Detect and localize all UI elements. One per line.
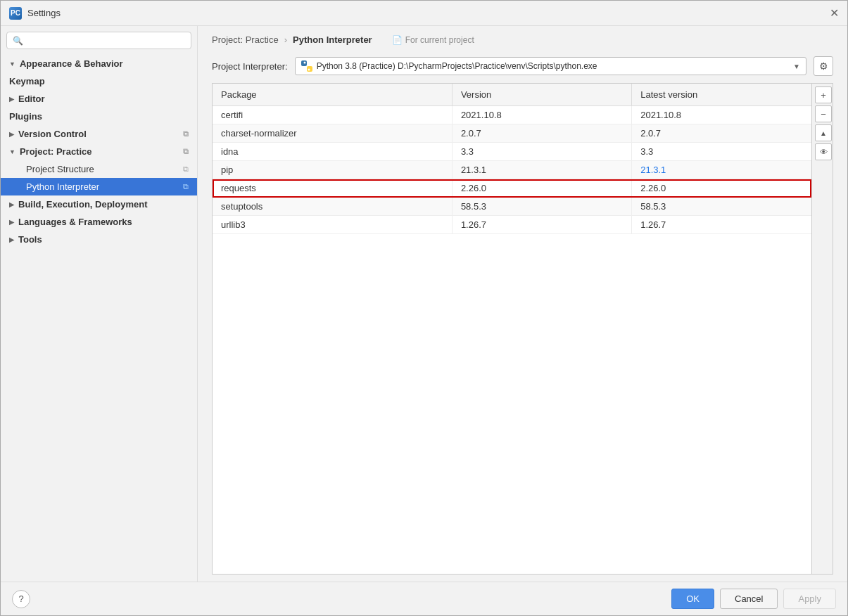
interpreter-path: D:\PycharmProjects\Practice\venv\Scripts… [398,61,597,71]
sidebar-item-tools[interactable]: ▶ Tools [1,231,197,248]
sidebar-item-keymap[interactable]: Keymap [1,72,197,90]
sidebar-item-label: Editor [18,94,45,104]
sidebar-item-label: Project: Practice [20,146,92,157]
copy-icon-vc: ⧉ [183,129,189,139]
table-row[interactable]: charset-normalizer 2.0.7 2.0.7 [213,124,811,143]
table-row[interactable]: certifi 2021.10.8 2021.10.8 [213,106,811,124]
search-input[interactable] [27,35,185,46]
sidebar-item-project-structure[interactable]: Project Structure ⧉ [1,160,197,178]
expand-arrow-tools: ▶ [9,236,14,243]
expand-arrow-lang: ▶ [9,219,14,226]
breadcrumb-current: Python Interpreter [293,34,372,45]
interpreter-bar: Project Interpreter: Python 3.8 (Practic… [198,51,847,83]
sidebar-item-project-practice[interactable]: ▼ Project: Practice ⧉ [1,143,197,160]
sidebar-item-label: Python Interpreter [26,181,99,192]
package-version: 1.26.7 [452,216,631,234]
package-name: charset-normalizer [213,124,452,143]
search-box[interactable]: 🔍 [6,32,191,49]
right-panel: + − ▲ 👁 [812,83,833,575]
col-header-version: Version [452,84,631,106]
sidebar-item-python-interpreter[interactable]: Python Interpreter ⧉ [1,178,197,195]
package-version: 21.3.1 [452,161,631,179]
sidebar-item-build[interactable]: ▶ Build, Execution, Deployment [1,195,197,213]
dropdown-arrow: ▼ [793,63,800,70]
interpreter-name: Python 3.8 (Practice) D:\PycharmProjects… [317,61,789,71]
package-latest: 58.5.3 [632,198,811,216]
sidebar: 🔍 ▼ Appearance & Behavior Keymap ▶ Edito… [1,26,198,582]
packages-table: Package Version Latest version certifi 2… [213,84,811,574]
sidebar-item-label: Version Control [18,129,87,139]
footer-buttons: OK Cancel Apply [671,589,836,609]
package-name: urllib3 [213,216,452,234]
gear-button[interactable]: ⚙ [814,56,833,76]
packages-area: Package Version Latest version certifi 2… [212,83,812,575]
packages-list: Package Version Latest version certifi 2… [213,84,811,234]
for-current-project-text: For current project [405,35,474,45]
svg-point-3 [308,69,310,71]
cancel-button[interactable]: Cancel [720,589,778,609]
app-icon: PC [9,7,22,20]
copy-icon-structure: ⧉ [183,165,189,174]
footer: ? OK Cancel Apply [1,582,847,615]
interpreter-label: Project Interpreter: [212,61,288,72]
sidebar-item-label: Tools [18,234,42,245]
breadcrumb-separator: › [284,34,287,45]
package-name: setuptools [213,198,452,216]
sidebar-item-label: Build, Execution, Deployment [18,199,147,210]
expand-arrow-editor: ▶ [9,96,14,103]
sidebar-item-label: Languages & Frameworks [18,217,132,227]
sidebar-item-editor[interactable]: ▶ Editor [1,90,197,108]
help-button[interactable]: ? [12,590,30,608]
sidebar-item-version-control[interactable]: ▶ Version Control ⧉ [1,125,197,143]
copy-icon-project: ⧉ [183,147,189,156]
package-version: 2.26.0 [452,179,631,198]
add-package-button[interactable]: + [815,86,832,103]
sidebar-item-plugins[interactable]: Plugins [1,108,197,125]
package-latest: 21.3.1 [632,161,811,179]
interpreter-select[interactable]: Python 3.8 (Practice) D:\PycharmProjects… [295,57,806,75]
package-name: idna [213,143,452,161]
col-header-latest: Latest version [632,84,811,106]
apply-button[interactable]: Apply [783,589,836,609]
ok-button[interactable]: OK [671,589,714,609]
expand-arrow-project: ▼ [9,148,15,155]
package-latest: 1.26.7 [632,216,811,234]
table-row-selected[interactable]: requests 2.26.0 2.26.0 [213,179,811,198]
package-latest: 2.0.7 [632,124,811,143]
sidebar-item-appearance[interactable]: ▼ Appearance & Behavior [1,55,197,72]
up-button[interactable]: ▲ [815,124,832,141]
package-latest: 3.3 [632,143,811,161]
sidebar-item-languages[interactable]: ▶ Languages & Frameworks [1,213,197,231]
content-area: 🔍 ▼ Appearance & Behavior Keymap ▶ Edito… [1,26,847,582]
package-version: 58.5.3 [452,198,631,216]
package-name: certifi [213,106,452,124]
eye-button[interactable]: 👁 [815,143,832,160]
package-name: pip [213,161,452,179]
expand-arrow-vc: ▶ [9,131,14,138]
table-row[interactable]: urllib3 1.26.7 1.26.7 [213,216,811,234]
package-name: requests [213,179,452,198]
table-row[interactable]: idna 3.3 3.3 [213,143,811,161]
close-button[interactable]: ✕ [830,8,839,19]
table-row[interactable]: pip 21.3.1 21.3.1 [213,161,811,179]
package-version: 3.3 [452,143,631,161]
table-row[interactable]: setuptools 58.5.3 58.5.3 [213,198,811,216]
sidebar-item-label: Keymap [9,76,45,86]
sidebar-item-label: Plugins [9,111,42,122]
package-version: 2021.10.8 [452,106,631,124]
col-header-package: Package [213,84,452,106]
remove-package-button[interactable]: − [815,105,832,122]
svg-point-2 [303,62,305,64]
packages-container: Package Version Latest version certifi 2… [212,83,833,575]
python-icon [301,60,312,72]
package-latest: 2021.10.8 [632,106,811,124]
copy-icon-interp: ⧉ [183,182,189,191]
title-bar-left: PC Settings [9,7,61,20]
expand-arrow-build: ▶ [9,201,14,208]
main-panel: Project: Practice › Python Interpreter 📄… [198,26,847,582]
package-version: 2.0.7 [452,124,631,143]
package-latest: 2.26.0 [632,179,811,198]
breadcrumb-parent: Project: Practice [212,34,279,45]
expand-arrow-appearance: ▼ [9,60,15,68]
window-title: Settings [27,8,61,18]
